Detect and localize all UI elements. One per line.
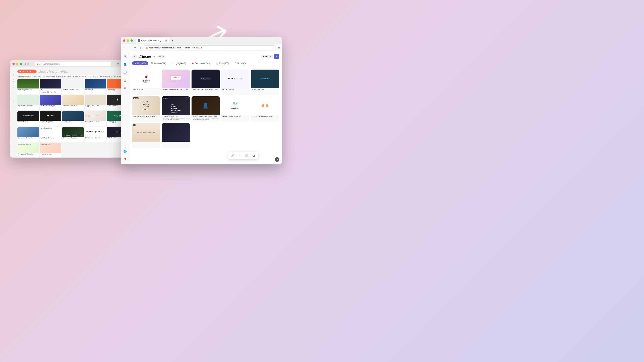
fabric-close-button[interactable]	[123, 39, 126, 42]
mymind-url-bar[interactable]: 🔒 access.mymind.com/cards	[35, 62, 111, 66]
card-subtitle: Born today in 1987, Duchamp transformed …	[163, 117, 189, 120]
sidebar-nav-icon-3[interactable]: ⊞	[13, 101, 14, 103]
fabric-card-abstract[interactable]: 👤 Abstract artwork with dynamic....jpeg …	[192, 96, 220, 121]
card-title: Popcorn Service Introduction ... .jpeg	[163, 89, 189, 90]
fabric-active-tab[interactable]: Fabric – think better, toget... ✕	[136, 38, 170, 43]
file-icon: 📄	[216, 62, 218, 64]
card-item[interactable]: A Writer's Journal: Da...	[62, 95, 84, 110]
sidebar-search-icon[interactable]: 🔍	[122, 53, 128, 59]
card-label: Move fast & get shit done.	[85, 137, 106, 139]
video-badge: ▶ mp4	[163, 97, 168, 99]
fabric-help-button[interactable]: ?	[275, 157, 280, 162]
card-label: Remote - Note & Colla...	[62, 88, 84, 91]
fabric-card-popcorn[interactable]: Popcorn Service Introduction Popcorn Ser…	[162, 69, 190, 95]
fabric-maximize-button[interactable]	[130, 39, 133, 42]
sidebar-user-icon[interactable]: 👤	[122, 61, 128, 67]
fabric-titlebar: Fabric – think better, toget... ✕ +	[121, 37, 282, 44]
card-item[interactable]: Was glitzert da im Sc... Was glitzert da…	[85, 111, 106, 126]
reload-button[interactable]: ↺	[133, 46, 137, 50]
link-action-button[interactable]: 🔗	[230, 153, 235, 158]
sidebar-tag-icon[interactable]: 🏷	[122, 85, 128, 91]
sidebar-globe-icon[interactable]: 🌐	[122, 149, 128, 154]
bookmark-star-icon[interactable]: ★	[278, 46, 280, 49]
mymind-content: ◉ my mind ◎ ☾ ⊞ ⚙ ◉ last month ✕ Search …	[10, 67, 131, 158]
card-item[interactable]: How I Organized My...	[18, 79, 39, 94]
search-placeholder[interactable]: Search my mind...	[38, 69, 70, 74]
sidebar-history-icon[interactable]: 🕐	[122, 69, 128, 75]
fabric-item-count: 1423	[157, 55, 166, 58]
maximize-button[interactable]	[20, 63, 22, 65]
fabric-card-egg[interactable]: 🥚🥚 Stylized egg typography design...	[251, 96, 279, 121]
fabric-space-header: ← @inspo ✦ 1423 ⊞ Grid ▾ ≡	[132, 54, 279, 59]
fabric-nav-bar: ← → ↺ ⌂ 🔒 https://fabric.so/spaces/f1da2…	[121, 44, 282, 51]
sidebar-nav-icon-2[interactable]: ☾	[12, 96, 14, 98]
card-item[interactable]: Mummy.jpeg	[62, 111, 84, 126]
card-item[interactable]: My favourite designer...	[18, 95, 39, 110]
card-item[interactable]: Jamsteve - design &...	[18, 127, 39, 142]
card-item[interactable]: El Impirical	[85, 79, 106, 94]
card-title: Stylized egg typography design...	[252, 115, 278, 117]
waveform-action-button[interactable]: 📊	[251, 153, 256, 158]
card-item[interactable]: Creating an acc... Creating an acc...	[40, 143, 62, 158]
card-item[interactable]: Gaggia Brera - Auto...	[85, 95, 106, 110]
fabric-card-supernotes[interactable]: Super Notes Super Notes.jpeg	[251, 69, 279, 95]
card-item[interactable]: mmmmm Simplify Magazine	[40, 111, 62, 126]
filter-tab-notes[interactable]: 🗒 Notes (0)	[232, 61, 248, 65]
fabric-back-button[interactable]: ←	[132, 54, 137, 59]
card-item[interactable]: Music Museum Music Museum...	[18, 111, 39, 126]
fabric-minimize-button[interactable]	[127, 39, 129, 42]
card-title: Super Notes.jpeg	[252, 89, 278, 90]
fabric-cards-grid: 🍷 BISTRO 1 6 8 9 IMG_6728.png Popcorn Se…	[132, 69, 279, 95]
card-item[interactable]: $99 Keychron K2 Pro QM...	[40, 79, 62, 94]
card-title: Off canvas menu.mp4	[163, 115, 189, 117]
filter-tab-bookmarks[interactable]: 🔖 Bookmarks (389)	[189, 61, 212, 65]
card-label: Creating an acc...	[40, 153, 62, 155]
close-button[interactable]	[12, 63, 15, 65]
filter-tab-images[interactable]: 🖼 Images (898)	[149, 61, 168, 65]
refresh-button[interactable]: ↺	[117, 62, 119, 65]
filter-tab-all[interactable]: ⊞ All (1423)	[132, 61, 148, 65]
home-button[interactable]: ⌂	[138, 46, 142, 50]
fabric-tab-close[interactable]: ✕	[165, 39, 167, 42]
fabric-card-wysiwyg[interactable]: floating toolbar WYSIWYG Editor floating…	[192, 69, 220, 95]
fabric-card-bottom1[interactable]: ▶ "You don't have to live your life...	[132, 123, 160, 148]
fabric-action-bar: 🔗 ⬆ ⬜ 📊	[228, 152, 258, 159]
card-item[interactable]: Move fast & get shit done. Move fast & g…	[85, 127, 106, 142]
fabric-tab-title: Fabric – think better, toget...	[141, 39, 164, 41]
filter-tab-highlights[interactable]: H Highlights (0)	[170, 61, 188, 65]
fabric-filter-tabs: ⊞ All (1423) 🖼 Images (898) H Highlights…	[132, 61, 279, 67]
fabric-grid-view-button[interactable]: ⊞ Grid ▾	[261, 55, 273, 58]
add-tab-button[interactable]: +	[170, 38, 174, 42]
grid-icon: ⊞	[134, 62, 136, 64]
fabric-url-bar[interactable]: 🔒 https://fabric.so/spaces/f1da2e68-e884…	[144, 45, 276, 50]
fabric-cards-grid-row2: ▶ mp4 A NewModernLisbonStory Nice and si…	[132, 96, 279, 121]
copy-action-button[interactable]: ⬜	[244, 153, 249, 158]
minimize-button[interactable]	[16, 63, 18, 65]
sidebar-copy-icon[interactable]: 📋	[122, 77, 128, 83]
mymind-browser-window: ⊞ ◻ 🔒 access.mymind.com/cards ↺ + ◉ my m…	[10, 60, 131, 158]
back-button[interactable]: ←	[122, 46, 126, 50]
card-item[interactable]: mastodon: Assaf (@a...	[40, 95, 62, 110]
fabric-card-sewperfect[interactable]: 🪡 SewPerfect SewPerfect logo design.jpeg	[221, 96, 250, 121]
forward-button[interactable]: →	[128, 46, 132, 50]
sidebar-help-icon[interactable]: ❓	[122, 157, 128, 162]
fabric-card-lisbon1[interactable]: ▶ mp4 A NewModernLisbonStory Nice and si…	[132, 96, 160, 121]
filter-tab-files[interactable]: 📄 Files (135)	[214, 61, 231, 65]
fabric-card-img6728[interactable]: 🍷 BISTRO 1 6 8 9 IMG_6728.png	[132, 69, 160, 95]
card-item[interactable]: Remote - Note & Colla...	[62, 79, 84, 94]
fabric-filter-button[interactable]: ≡	[274, 54, 279, 59]
card-item[interactable]: Work With Statamic Work With Statamic	[40, 127, 62, 142]
card-item[interactable]: My updated Things 3... My updated Things…	[18, 143, 39, 158]
sidebar-nav-icon-4[interactable]: ⚙	[12, 105, 14, 107]
fabric-card-lisbon2[interactable]: ▶ mp4 EPIKE cities A New Modern Lisbon S…	[162, 96, 190, 121]
last-month-badge[interactable]: ◉ last month ✕	[18, 69, 36, 73]
card-title: Abstract artwork with dynamic....jpeg	[192, 115, 218, 117]
fabric-card-airbnb[interactable]: Airbnb Filters Sort Airbnb filters.png	[221, 69, 250, 95]
fabric-main-content: ← @inspo ✦ 1423 ⊞ Grid ▾ ≡	[130, 51, 282, 164]
fabric-layout: 🔍 👤 🕐 📋 🏷 🌐 ❓ ← @inspo ✦ 1423 ⊞ Grid	[121, 51, 282, 164]
video-badge: ▶	[133, 124, 136, 126]
card-item[interactable]: GROWING UP UNDERGROUND Growing Up Underg…	[62, 127, 84, 142]
upload-action-button[interactable]: ⬆	[238, 153, 242, 158]
fabric-card-bottom2[interactable]	[162, 123, 190, 148]
sidebar-nav-icon-1[interactable]: ◎	[12, 92, 14, 94]
